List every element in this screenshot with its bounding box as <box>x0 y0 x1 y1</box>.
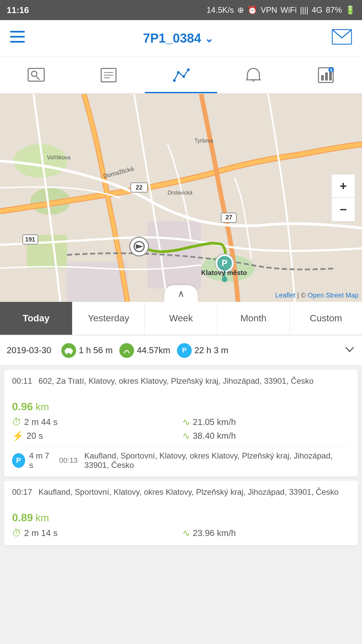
filter-today[interactable]: Today <box>0 302 72 335</box>
trip-1-distance: 0.96 <box>12 390 33 414</box>
summary-date: 2019-03-30 <box>7 345 51 356</box>
trip-1-header: 00:11 602, Za Tratí, Klatovy, okres Klat… <box>12 376 350 386</box>
svg-point-51 <box>66 352 68 354</box>
filter-yesterday[interactable]: Yesterday <box>72 302 145 335</box>
svg-point-52 <box>70 352 72 354</box>
vpn-icon: VPN <box>261 5 277 15</box>
svg-rect-18 <box>321 75 324 80</box>
map-view[interactable]: P Domažlická Voříškova Tyršova Drslavick… <box>0 94 362 302</box>
filter-custom[interactable]: Custom <box>290 302 362 335</box>
tab-reports[interactable]: $ <box>290 57 362 93</box>
time-filter-bar: Today Yesterday Week Month Custom <box>0 302 362 335</box>
park-1-address: Kaufland, Sportovní, Klatovy, okres Klat… <box>84 451 350 470</box>
menu-button[interactable] <box>10 31 25 46</box>
battery-pct: 87% <box>326 5 342 15</box>
nav-tabs: $ <box>0 57 362 94</box>
svg-text:22: 22 <box>136 184 142 191</box>
trip-1-idle: ⚡ 20 s <box>12 430 180 441</box>
svg-rect-50 <box>66 348 71 351</box>
trip-2-duration: ⏱ 2 m 14 s <box>12 528 180 539</box>
device-title[interactable]: 7P1_0384 ⌄ <box>143 31 214 46</box>
summary-row: 2019-03-30 1 h 56 m 44.57km P 22 h 3 m <box>0 335 362 366</box>
app-header: 7P1_0384 ⌄ <box>0 20 362 57</box>
svg-line-6 <box>36 76 40 80</box>
trip-2-time: 00:17 <box>12 487 32 496</box>
park-time-value: 22 h 3 m <box>194 345 228 356</box>
zoom-controls: + − <box>331 174 355 222</box>
trip-card-1: 00:11 602, Za Tratí, Klatovy, okres Klat… <box>4 370 358 477</box>
network-icon: 4G <box>312 5 322 15</box>
mail-button[interactable] <box>332 29 352 48</box>
status-speed: 14.5K/s <box>206 5 234 15</box>
park-time-summary: P 22 h 3 m <box>177 343 228 358</box>
park-1-time: 4 m 7 s <box>29 451 53 470</box>
drive-time-value: 1 h 56 m <box>79 345 113 356</box>
trip-1-avg-speed: ∿ 21.05 km/h <box>182 417 350 428</box>
leaflet-link[interactable]: Leaflet <box>275 291 295 299</box>
filter-month[interactable]: Month <box>218 302 290 335</box>
svg-rect-19 <box>325 72 328 80</box>
signal-icon: |||| <box>300 5 308 15</box>
tab-route[interactable] <box>145 57 217 93</box>
tab-map[interactable] <box>0 57 72 93</box>
svg-text:P: P <box>222 258 227 268</box>
expand-button[interactable] <box>344 343 355 357</box>
idle-icon: ⚡ <box>12 430 24 441</box>
trip-1-time: 00:11 <box>12 376 32 385</box>
avg-speed-icon-2: ∿ <box>182 528 190 539</box>
svg-text:27: 27 <box>226 214 232 221</box>
status-bar: 11:16 14.5K/s ⊕ ⏰ VPN WiFi |||| 4G 87% 🔋 <box>0 0 362 20</box>
svg-text:191: 191 <box>25 236 35 243</box>
map-attribution: Leaflet | © Open Street Map <box>275 291 359 299</box>
max-speed-icon: ∿ <box>182 430 190 441</box>
trip-1-duration: ⏱ 2 m 44 s <box>12 417 180 428</box>
trip-2-header: 00:17 Kaufland, Sportovní, Klatovy, okre… <box>12 487 350 497</box>
trip-2-address: Kaufland, Sportovní, Klatovy, okres Klat… <box>39 487 339 496</box>
avg-speed-icon: ∿ <box>182 417 190 428</box>
wifi-icon: WiFi <box>281 5 297 15</box>
trip-1-stats: ⏱ 2 m 44 s ∿ 21.05 km/h ⚡ 20 s ∿ 38.40 k… <box>12 417 350 441</box>
trip-1-address: 602, Za Tratí, Klatovy, okres Klatovy, P… <box>39 376 314 385</box>
trip-1-unit: km <box>36 401 49 413</box>
svg-point-13 <box>182 75 185 78</box>
svg-text:Drslavická: Drslavická <box>168 190 192 196</box>
status-icons: 14.5K/s ⊕ ⏰ VPN WiFi |||| 4G 87% 🔋 <box>206 5 355 15</box>
parking-icon: P <box>177 343 192 358</box>
zoom-out-button[interactable]: − <box>331 198 355 221</box>
drive-time-summary: 1 h 56 m <box>61 343 113 358</box>
trip-2-unit: km <box>36 512 49 524</box>
svg-text:$: $ <box>330 68 333 72</box>
collapse-map-button[interactable]: ∧ <box>164 285 198 302</box>
svg-point-5 <box>32 71 37 76</box>
parking-badge-icon: P <box>12 453 25 468</box>
status-time: 11:16 <box>7 5 29 15</box>
svg-point-14 <box>187 68 190 71</box>
alarm-icon: ⏰ <box>247 5 257 15</box>
tab-list[interactable] <box>72 57 145 93</box>
trip-card-2: 00:17 Kaufland, Sportovní, Klatovy, okre… <box>4 481 358 545</box>
location-icon: ⊕ <box>237 5 244 15</box>
svg-text:Voříškova: Voříškova <box>47 155 70 160</box>
battery-icon: 🔋 <box>345 5 355 15</box>
distance-summary: 44.57km <box>119 343 170 358</box>
trip-2-stats: ⏱ 2 m 14 s ∿ 23.96 km/h <box>12 528 350 539</box>
svg-text:Tyršova: Tyršova <box>194 138 213 144</box>
svg-rect-2 <box>10 41 25 43</box>
osm-link[interactable]: Open Street Map <box>308 291 359 299</box>
tab-alerts[interactable] <box>217 57 290 93</box>
svg-point-12 <box>177 71 180 74</box>
filter-week[interactable]: Week <box>145 302 217 335</box>
route-icon <box>119 343 134 358</box>
svg-point-11 <box>173 79 176 82</box>
svg-point-37 <box>222 277 227 282</box>
svg-rect-0 <box>10 31 25 33</box>
dropdown-chevron-icon: ⌄ <box>204 32 214 45</box>
chevron-up-icon: ∧ <box>178 288 185 299</box>
trip-1-max-speed: ∿ 38.40 km/h <box>182 430 350 441</box>
trip-2-avg-speed: ∿ 23.96 km/h <box>182 528 350 539</box>
clock-icon-2: ⏱ <box>12 528 21 539</box>
zoom-in-button[interactable]: + <box>331 174 355 198</box>
park-1-start: 00:13 <box>59 456 78 465</box>
car-icon <box>61 343 76 358</box>
distance-value: 44.57km <box>137 345 170 356</box>
